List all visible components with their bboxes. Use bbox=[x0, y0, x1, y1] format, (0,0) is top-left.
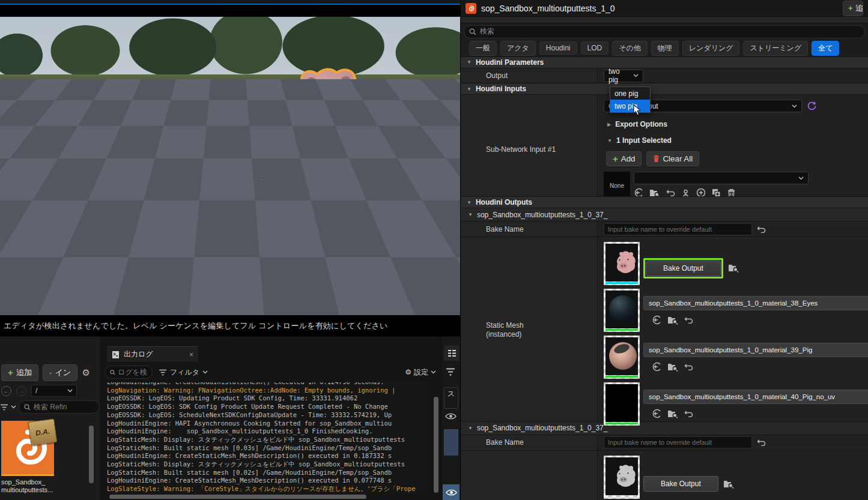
chevron-down-icon bbox=[67, 389, 73, 393]
use-selected-asset-icon[interactable] bbox=[652, 409, 661, 418]
clear-all-button[interactable]: Clear All bbox=[646, 151, 699, 166]
tab-streaming[interactable]: ストリーミング bbox=[743, 41, 808, 56]
reset-icon[interactable] bbox=[684, 409, 693, 418]
section-houdini-parameters[interactable]: ▼ Houdini Parameters bbox=[461, 56, 868, 68]
add-asset-button[interactable]: + 追加 bbox=[1, 364, 38, 381]
path-dropdown[interactable]: / bbox=[31, 385, 77, 397]
reset-icon[interactable] bbox=[684, 315, 693, 325]
material-combo-40[interactable]: sop_Sandbox_multioutputtests_1_0_materia… bbox=[643, 390, 868, 404]
details-search-input[interactable]: 検索 bbox=[464, 25, 865, 38]
sequencer-notice-text: エディタが検出されませんでした。レベル シーケンスを編集してフル コントロールを… bbox=[4, 321, 388, 331]
tab-general[interactable]: 一般 bbox=[469, 41, 497, 56]
vertical-tab[interactable]: ス bbox=[444, 387, 458, 409]
mouse-cursor bbox=[633, 104, 641, 116]
tab-houdini[interactable]: Houdini bbox=[539, 41, 577, 55]
material-thumbnail[interactable] bbox=[604, 382, 640, 426]
selected-row-swatch bbox=[444, 429, 458, 456]
search-icon bbox=[110, 369, 115, 376]
eye-icon[interactable] bbox=[445, 412, 457, 420]
browse-to-asset-icon[interactable] bbox=[728, 264, 739, 273]
bake-name-input[interactable] bbox=[604, 223, 752, 235]
tab-rendering[interactable]: レンダリング bbox=[682, 41, 740, 56]
mesh-thumbnail[interactable] bbox=[604, 456, 640, 499]
use-selected-asset-icon[interactable] bbox=[652, 362, 661, 372]
input-asset-combo[interactable] bbox=[634, 172, 809, 184]
static-mesh-underline bbox=[605, 282, 638, 284]
selected-pig-meshes[interactable] bbox=[234, 64, 408, 315]
log-horizontal-scrollbar[interactable] bbox=[109, 495, 366, 499]
digital-asset-badge: D.A. bbox=[28, 418, 57, 446]
material-row: sop_Sandbox_multioutputtests_1_0_materia… bbox=[604, 289, 868, 332]
tab-all[interactable]: 全て bbox=[812, 41, 839, 56]
mesh-output-row: Bake Output bbox=[604, 242, 868, 285]
bake-name-input-2[interactable] bbox=[604, 436, 752, 448]
output-group-1-header[interactable]: ▼ sop_Sandbox_multioutputtests_1_0_37_ bbox=[461, 208, 868, 221]
log-settings-dropdown[interactable]: ⚙ 設定 bbox=[405, 367, 436, 378]
log-line: LogHoudiniEngine: CreateStaticMesh_MeshD… bbox=[107, 477, 429, 485]
export-options-expander[interactable]: ▶ Export Options bbox=[607, 120, 862, 128]
houdini-asset-tile[interactable]: D.A. bbox=[1, 421, 54, 476]
import-button[interactable]: イン bbox=[43, 364, 77, 381]
filter-icon[interactable] bbox=[446, 368, 455, 376]
forward-button[interactable]: → bbox=[16, 386, 26, 396]
triangle-down-icon: ▼ bbox=[467, 86, 472, 92]
chevron-down-icon[interactable] bbox=[11, 405, 16, 409]
log-icon bbox=[112, 351, 120, 359]
log-search-input[interactable]: ログを検 bbox=[105, 366, 153, 379]
section-houdini-inputs[interactable]: ▼ Houdini Inputs bbox=[461, 83, 868, 94]
back-button[interactable]: ← bbox=[1, 386, 11, 396]
log-vertical-scrollbar[interactable] bbox=[434, 397, 439, 493]
tab-lod[interactable]: LOD bbox=[581, 41, 609, 55]
browse-to-asset-icon[interactable] bbox=[667, 315, 678, 325]
tab-misc[interactable]: その他 bbox=[612, 41, 648, 56]
static-mesh-label: Static Mesh bbox=[486, 321, 597, 330]
use-selected-asset-icon[interactable] bbox=[652, 315, 661, 325]
content-scrollbar[interactable] bbox=[89, 426, 94, 483]
bake-output-button-1[interactable]: Bake Output bbox=[646, 261, 721, 276]
log-text-area[interactable]: LogHoudiniEngine: CreateHoudiniStaticMes… bbox=[107, 382, 429, 494]
output-label: Output bbox=[486, 71, 508, 80]
add-input-button[interactable]: + Add bbox=[606, 151, 642, 166]
tab-physics[interactable]: 物理 bbox=[651, 41, 679, 56]
output-group-2-header[interactable]: ▼ sop_Sandbox_multioutputtests_1_0_37_ bbox=[461, 421, 868, 435]
reset-icon[interactable] bbox=[757, 226, 766, 233]
option-one-pig[interactable]: one pig bbox=[610, 87, 650, 100]
close-icon[interactable]: × bbox=[189, 351, 193, 359]
static-mesh-outputs-body: Static Mesh (instanced) Bake Output bbox=[461, 236, 868, 421]
viewport-scene[interactable] bbox=[0, 17, 460, 315]
chevron-down-icon bbox=[792, 104, 797, 108]
reset-icon[interactable] bbox=[666, 189, 675, 196]
reset-icon[interactable] bbox=[757, 439, 766, 446]
section-houdini-outputs[interactable]: ▼ Houdini Outputs bbox=[461, 196, 868, 208]
output-log-panel: 出力ログ × ログを検 フィルタ ⚙ 設定 LogHoudiniEngine: … bbox=[100, 336, 441, 500]
level-viewport[interactable]: エディタが検出されませんでした。レベル シーケンスを編集してフル コントロールを… bbox=[0, 0, 460, 336]
outliner-tab[interactable] bbox=[444, 345, 460, 361]
output-combo[interactable]: two pig bbox=[604, 70, 643, 82]
add-component-button[interactable]: + 追 bbox=[843, 1, 863, 16]
outliner-icon bbox=[448, 349, 457, 357]
filter-icon[interactable] bbox=[0, 404, 8, 411]
inputs-selected-expander[interactable]: ▼ 1 Input Selected bbox=[607, 136, 862, 145]
bake-output-button-2[interactable]: Bake Output bbox=[643, 476, 718, 492]
tab-actor[interactable]: アクタ bbox=[500, 41, 536, 56]
option-two-pig[interactable]: two pig bbox=[610, 100, 650, 112]
output-log-tab[interactable]: 出力ログ × bbox=[107, 346, 198, 362]
recook-icon[interactable] bbox=[807, 101, 817, 111]
bake-name-row-2: Bake Name bbox=[461, 435, 868, 450]
material-combo-38[interactable]: sop_Sandbox_multioutputtests_1_0_materia… bbox=[643, 296, 868, 310]
houdini-logo-icon bbox=[466, 3, 476, 14]
material-thumbnail[interactable] bbox=[604, 289, 640, 332]
reset-icon[interactable] bbox=[684, 362, 693, 372]
browse-to-asset-icon[interactable] bbox=[667, 362, 678, 372]
browse-to-asset-icon[interactable] bbox=[667, 409, 678, 418]
material-combo-39[interactable]: sop_Sandbox_multioutputtests_1_0_materia… bbox=[643, 343, 868, 357]
log-filter-dropdown[interactable]: フィルタ bbox=[159, 367, 208, 378]
log-line: LogStaticMesh: Display: スタティックメッシュをビルド中 … bbox=[107, 436, 429, 444]
browse-to-asset-icon[interactable] bbox=[723, 480, 734, 489]
settings-gear-icon[interactable]: ⚙ bbox=[82, 367, 90, 378]
visibility-toggle[interactable] bbox=[443, 484, 460, 500]
content-search-input[interactable]: 検索 Refin bbox=[19, 400, 100, 414]
output-parameter-row: Output two pig bbox=[461, 68, 868, 83]
material-thumbnail[interactable] bbox=[604, 336, 640, 379]
mesh-thumbnail[interactable] bbox=[604, 242, 640, 285]
